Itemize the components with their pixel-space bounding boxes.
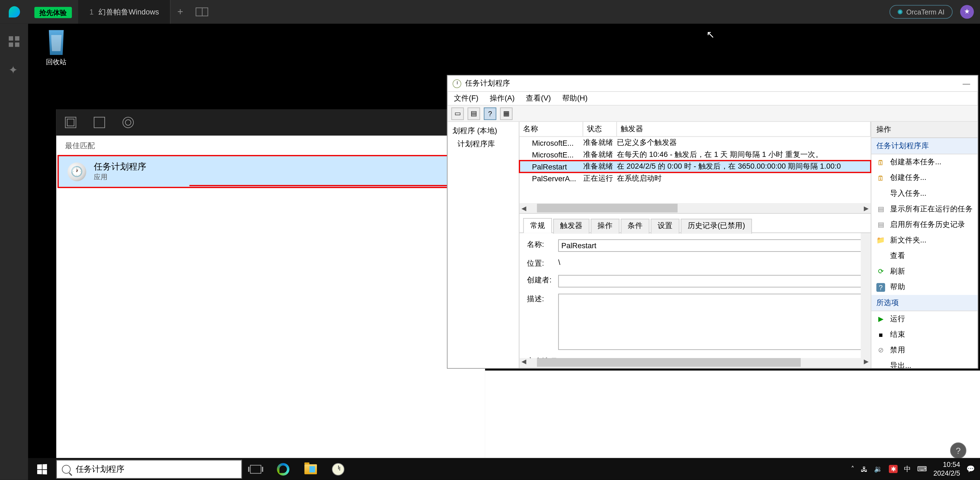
detail-hscroll[interactable]: ◀▶ bbox=[520, 358, 871, 368]
search-result-task-scheduler[interactable]: 🕐 任务计划程序 应用 bbox=[57, 155, 484, 188]
help-bubble[interactable]: ? bbox=[950, 442, 966, 458]
new-tab-button[interactable]: + bbox=[171, 6, 190, 17]
task-list: 名称 状态 触发器 MicrosoftE... 准备就绪 已定义多个触发器 bbox=[520, 122, 871, 214]
tab-general[interactable]: 常规 bbox=[523, 218, 552, 233]
tree-pane[interactable]: 划程序 (本地) 计划程序库 bbox=[448, 122, 520, 368]
host-titlebar: 抢先体验 1 幻兽帕鲁Windows + OrcaTerm AI bbox=[0, 0, 980, 24]
detail-vscroll[interactable] bbox=[861, 233, 871, 358]
actions-lib-header: 任务计划程序库 bbox=[872, 138, 978, 154]
notifications-icon[interactable]: 💬 bbox=[966, 465, 975, 473]
task-detail-pane: 常规 触发器 操作 条件 设置 历史记录(已禁用) 名称: 位置: \ bbox=[520, 214, 871, 368]
action-enable-history[interactable]: ▤启用所有任务历史记录 bbox=[872, 217, 978, 232]
field-description[interactable] bbox=[558, 294, 863, 350]
label-creator: 创建者: bbox=[527, 275, 558, 286]
menu-view[interactable]: 查看(V) bbox=[526, 93, 551, 104]
tab-conditions[interactable]: 条件 bbox=[621, 219, 649, 234]
folder-icon bbox=[304, 464, 317, 474]
system-tray: ˄ 🖧 🔉 ✱ 中 ⌨ 10:54 2024/2/5 💬 bbox=[851, 461, 980, 477]
col-trigger[interactable]: 触发器 bbox=[617, 122, 870, 137]
settings-filter-icon[interactable] bbox=[123, 117, 134, 128]
col-status[interactable]: 状态 bbox=[583, 122, 617, 137]
tray-keyboard-icon[interactable]: ⌨ bbox=[917, 465, 927, 473]
tab-settings[interactable]: 设置 bbox=[651, 219, 679, 234]
task-list-header[interactable]: 名称 状态 触发器 bbox=[520, 122, 871, 137]
action-new-folder[interactable]: 📁新文件夹... bbox=[872, 232, 978, 248]
host-sidebar bbox=[0, 24, 28, 480]
tray-chevron-icon[interactable]: ˄ bbox=[851, 465, 855, 473]
tray-date: 2024/2/5 bbox=[933, 469, 960, 477]
tray-volume-icon[interactable]: 🔉 bbox=[874, 465, 883, 473]
clock-icon bbox=[332, 463, 345, 475]
tab-history[interactable]: 历史记录(已禁用) bbox=[681, 219, 752, 234]
action-end[interactable]: ■结束 bbox=[872, 327, 978, 343]
tree-library[interactable]: 计划程序库 bbox=[450, 137, 516, 151]
white-backdrop bbox=[485, 371, 980, 458]
split-view-button[interactable] bbox=[196, 7, 208, 16]
tab-index: 1 bbox=[89, 7, 94, 16]
task-view-button[interactable] bbox=[242, 458, 270, 480]
windows-logo-icon bbox=[37, 464, 47, 474]
task-row[interactable]: PalServerA... 正在运行 在系统启动时 bbox=[520, 172, 871, 184]
field-location: \ bbox=[558, 258, 863, 267]
menu-bar: 文件(F) 操作(A) 查看(V) 帮助(H) bbox=[448, 92, 978, 105]
tab-actions[interactable]: 操作 bbox=[590, 219, 619, 234]
action-refresh[interactable]: ⟳刷新 bbox=[872, 264, 978, 279]
label-description: 描述: bbox=[527, 294, 558, 304]
action-view[interactable]: 查看 bbox=[872, 248, 978, 264]
tray-clock[interactable]: 10:54 2024/2/5 bbox=[933, 461, 960, 477]
task-scheduler-title-icon bbox=[453, 79, 461, 88]
orca-ai-button[interactable]: OrcaTerm AI bbox=[889, 5, 953, 19]
tree-root[interactable]: 划程序 (本地) bbox=[450, 124, 516, 137]
taskbar-search[interactable] bbox=[56, 459, 242, 478]
extensions-icon[interactable] bbox=[8, 63, 20, 74]
start-button[interactable] bbox=[28, 458, 56, 480]
task-row[interactable]: MicrosoftE... 准备就绪 已定义多个触发器 bbox=[520, 137, 871, 149]
actions-header: 操作 bbox=[872, 122, 978, 138]
apps-icon[interactable] bbox=[8, 37, 20, 48]
recycle-bin[interactable]: 回收站 bbox=[37, 30, 75, 67]
action-run[interactable]: ▶运行 bbox=[872, 311, 978, 327]
actions-pane: 操作 任务计划程序库 🗓创建基本任务... 🗓创建任务... 导入任务... ▤… bbox=[872, 122, 978, 368]
tab-title: 幻兽帕鲁Windows bbox=[99, 6, 159, 17]
menu-help[interactable]: 帮助(H) bbox=[562, 93, 588, 104]
action-create-basic[interactable]: 🗓创建基本任务... bbox=[872, 154, 978, 170]
toolbar-help-icon[interactable]: ? bbox=[484, 107, 496, 120]
task-row-palrestart[interactable]: PalRestart 准备就绪 在 2024/2/5 的 0:00 时 - 触发… bbox=[520, 161, 871, 172]
minimize-button[interactable]: — bbox=[963, 79, 970, 88]
search-input[interactable] bbox=[76, 464, 237, 474]
col-name[interactable]: 名称 bbox=[520, 122, 583, 137]
toolbar: ▭ ▤ ? ▦ bbox=[448, 105, 978, 122]
action-help[interactable]: ?帮助 bbox=[872, 279, 978, 295]
window-titlebar[interactable]: 任务计划程序 — bbox=[448, 76, 978, 92]
action-create-task[interactable]: 🗓创建任务... bbox=[872, 170, 978, 186]
expand-icon[interactable] bbox=[65, 117, 76, 128]
toolbar-btn-2[interactable]: ▤ bbox=[468, 107, 480, 120]
menu-file[interactable]: 文件(F) bbox=[454, 93, 479, 104]
recycle-bin-label: 回收站 bbox=[37, 57, 75, 67]
menu-action[interactable]: 操作(A) bbox=[490, 93, 515, 104]
session-tab[interactable]: 1 幻兽帕鲁Windows bbox=[78, 0, 171, 24]
task-row[interactable]: MicrosoftE... 准备就绪 在每天的 10:46 - 触发后，在 1 … bbox=[520, 149, 871, 161]
task-list-hscroll[interactable]: ◀▶ bbox=[520, 203, 871, 213]
tray-network-icon[interactable]: 🖧 bbox=[861, 465, 868, 473]
tray-security-icon[interactable]: ✱ bbox=[889, 465, 898, 473]
action-show-running[interactable]: ▤显示所有正在运行的任务 bbox=[872, 201, 978, 217]
host-logo[interactable] bbox=[0, 0, 28, 24]
tray-ime[interactable]: 中 bbox=[904, 464, 911, 474]
edge-button[interactable] bbox=[269, 458, 297, 480]
field-name[interactable] bbox=[558, 240, 863, 252]
toolbar-btn-1[interactable]: ▭ bbox=[451, 107, 464, 120]
task-view-icon bbox=[250, 465, 261, 474]
window-title: 任务计划程序 bbox=[465, 78, 510, 89]
toolbar-btn-4[interactable]: ▦ bbox=[500, 107, 513, 120]
tab-triggers[interactable]: 触发器 bbox=[553, 219, 590, 234]
task-scheduler-window: 任务计划程序 — 文件(F) 操作(A) 查看(V) 帮助(H) ▭ ▤ ? ▦… bbox=[447, 75, 978, 369]
task-scheduler-taskbar-button[interactable] bbox=[324, 458, 352, 480]
action-export[interactable]: 导出... bbox=[872, 358, 978, 368]
action-disable[interactable]: ⊘禁用 bbox=[872, 343, 978, 358]
file-explorer-button[interactable] bbox=[297, 458, 325, 480]
field-creator[interactable] bbox=[558, 275, 863, 288]
action-import[interactable]: 导入任务... bbox=[872, 186, 978, 201]
user-avatar[interactable] bbox=[960, 5, 974, 19]
apps-filter-icon[interactable] bbox=[94, 117, 105, 128]
